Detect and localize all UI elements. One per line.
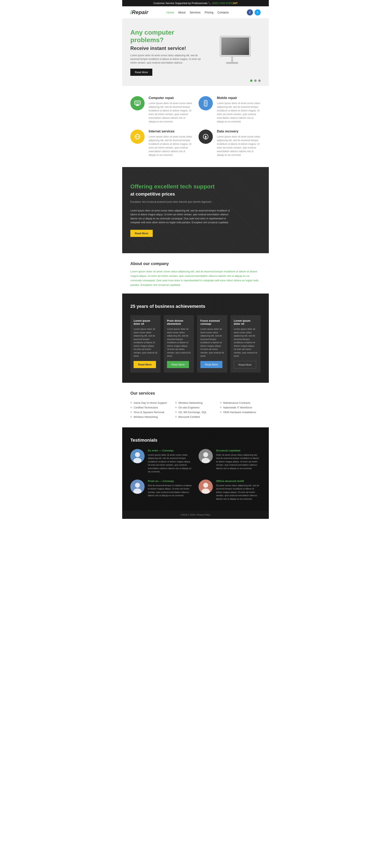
svg-point-10 <box>205 105 206 106</box>
achievement-1-cta[interactable]: Read More <box>134 361 156 368</box>
achievement-4-title: Lorem ipsum dolor sit <box>234 319 257 325</box>
hero-text: Any computer problems? Receive instant s… <box>130 29 208 76</box>
svg-point-29 <box>203 483 208 488</box>
nav-contacts[interactable]: Contacts <box>218 11 229 14</box>
testimonial-item-2: Occaecat cupidatat Dolor sit amet conse … <box>199 449 261 473</box>
service-list-item: Virus & Spyware Removal <box>130 410 171 414</box>
mobile-repair-desc: Lorem ipsum dolor sit amet conse ctetur … <box>217 101 261 123</box>
testimonial-text-1: Eu enim — Consequ Lorem ipsum dolor sit … <box>148 449 192 473</box>
services-col-3: Maintenance Contracts Nationwide IT Work… <box>220 401 261 419</box>
testimonial-text-4: Officia deserunt mollit Sit amet conse c… <box>216 479 261 501</box>
service-list-item: Wireless Networking <box>175 401 216 405</box>
achievement-1-title: Lorem ipsum dolor sit <box>134 319 157 325</box>
svg-rect-2 <box>221 37 249 55</box>
tech-banner-cta-button[interactable]: Read More <box>130 230 153 237</box>
svg-point-26 <box>135 483 140 488</box>
data-recovery-info: Data recovery Lorem ipsum dolor sit amet… <box>217 129 261 157</box>
service-item-internet: Internet services Lorem ipsum dolor sit … <box>130 129 192 157</box>
hero-body: Lorem ipsum dolor sit amet conse ctetur … <box>130 54 208 65</box>
tech-banner-body: Lorem ipsum dolor sit amet conse ctetur … <box>130 209 232 224</box>
testimonial-body-2: Dolor sit amet conse ctetur adipiscing e… <box>216 453 261 470</box>
services-section: Computer repair Lorem ipsum dolor sit am… <box>122 86 269 167</box>
internet-services-info: Internet services Lorem ipsum dolor sit … <box>149 129 192 157</box>
phone-number: (800) 2345-6789 <box>212 2 232 5</box>
services-columns: Same Day In-Home Support Certified Techn… <box>130 401 261 419</box>
testimonials-content: Testimonials Eu enim — Consequ Lorem ips… <box>130 438 261 501</box>
facebook-icon[interactable]: f <box>247 9 253 16</box>
service-list-item: Wireless Networking <box>130 414 171 419</box>
testimonial-name-1: Eu enim — Consequ <box>148 449 192 452</box>
testimonial-item-4: Officia deserunt mollit Sit amet conse c… <box>199 479 261 501</box>
dot-1[interactable] <box>250 80 253 82</box>
svg-rect-3 <box>231 56 233 63</box>
footer-privacy-link[interactable]: Privacy Policy <box>196 514 210 516</box>
mobile-repair-title: Mobile repair <box>217 96 261 100</box>
service-list-item: Maintenance Contracts <box>220 401 261 405</box>
internet-services-title: Internet services <box>149 129 192 133</box>
achievement-3-body: Lorem ipsum dolor sit amet conse ctetur … <box>200 328 224 358</box>
internet-services-icon <box>130 129 144 144</box>
achievement-card-4: Lorem ipsum dolor sit Lorem ipsum dolor … <box>231 315 261 373</box>
dot-3[interactable] <box>258 80 261 82</box>
bullet-icon <box>130 416 132 417</box>
service-label: On-site Engineers <box>178 406 200 409</box>
achievements-grid: Lorem ipsum dolor sit Lorem ipsum dolor … <box>130 315 261 373</box>
svg-rect-6 <box>136 104 139 105</box>
service-list-item: Same Day In-Home Support <box>130 401 171 405</box>
social-icons: f t <box>247 9 261 16</box>
service-list-item: On-site Engineers <box>175 405 216 410</box>
dot-2[interactable] <box>254 80 257 82</box>
main-nav: Home About Services Pricing Contacts <box>166 11 229 14</box>
hero-cta-button[interactable]: Read More <box>130 69 152 76</box>
our-services-title: Our services <box>130 391 261 396</box>
service-label: AD, MS Exchange, SQL <box>178 411 207 414</box>
mobile-repair-icon <box>199 96 213 111</box>
computer-repair-title: Computer repair <box>149 96 192 100</box>
achievement-card-2: Proin dictum elementum Lorem ipsum dolor… <box>164 315 194 373</box>
testimonials-section: Testimonials Eu enim — Consequ Lorem ips… <box>122 427 269 511</box>
service-label: Same Day In-Home Support <box>134 401 167 404</box>
nav-home[interactable]: Home <box>166 11 174 14</box>
service-label: Certified Technicians <box>134 406 158 409</box>
nav-services[interactable]: Services <box>190 11 201 14</box>
svg-rect-11 <box>205 101 206 104</box>
service-item-data: Data recovery Lorem ipsum dolor sit amet… <box>199 129 261 157</box>
twitter-icon[interactable]: t <box>255 9 261 16</box>
service-list-item: Nationwide IT Workforce <box>220 405 261 410</box>
internet-services-desc: Lorem ipsum dolor sit amet conse ctetur … <box>149 135 192 157</box>
top-bar: Customer Service Supported by Profession… <box>122 0 269 6</box>
achievement-2-cta[interactable]: Read More <box>167 361 189 368</box>
service-label: Wireless Networking <box>134 415 158 418</box>
service-label: Maintenance Contracts <box>223 401 251 404</box>
mobile-repair-info: Mobile repair Lorem ipsum dolor sit amet… <box>217 96 261 123</box>
achievement-2-body: Lorem ipsum dolor sit amet conse ctetur … <box>167 328 191 358</box>
phone-icon: 📞 <box>208 2 212 5</box>
testimonials-grid: Eu enim — Consequ Lorem ipsum dolor sit … <box>130 449 261 501</box>
bullet-icon <box>175 411 177 413</box>
tech-banner-subheadline: at competitive prices <box>130 191 232 197</box>
hero-dots <box>250 80 261 82</box>
svg-marker-16 <box>204 135 207 137</box>
testimonial-avatar-3 <box>130 479 144 494</box>
bullet-icon <box>220 407 222 408</box>
testimonials-title: Testimonials <box>130 438 261 443</box>
bullet-icon <box>220 411 222 413</box>
testimonial-body-1: Lorem ipsum dolor sit amet conse ctetur … <box>148 453 192 473</box>
testimonial-item-1: Eu enim — Consequ Lorem ipsum dolor sit … <box>130 449 192 473</box>
tech-banner-intro: Excepteur sint occaecat praesent justo d… <box>130 200 232 204</box>
achievements-section: 25 years of business achievements Lorem … <box>122 293 269 383</box>
computer-repair-desc: Lorem ipsum dolor sit amet conse ctetur … <box>149 101 192 123</box>
nav-pricing[interactable]: Pricing <box>205 11 214 14</box>
services-grid: Computer repair Lorem ipsum dolor sit am… <box>130 96 261 157</box>
tech-banner: Offering excellent tech support at compe… <box>122 167 269 253</box>
achievement-4-cta[interactable]: Read More <box>234 361 256 369</box>
about-section: About our company Lorem ipsum dolor sit … <box>122 253 269 293</box>
service-list-item: Certified Technicians <box>130 405 171 410</box>
tech-banner-headline: Offering excellent tech support <box>130 183 232 190</box>
nav-about[interactable]: About <box>178 11 186 14</box>
achievement-3-cta[interactable]: Read More <box>200 361 222 368</box>
service-item-computer: Computer repair Lorem ipsum dolor sit am… <box>130 96 192 123</box>
hero-image <box>208 32 261 73</box>
testimonial-avatar-4 <box>199 479 213 494</box>
computer-repair-info: Computer repair Lorem ipsum dolor sit am… <box>149 96 192 123</box>
